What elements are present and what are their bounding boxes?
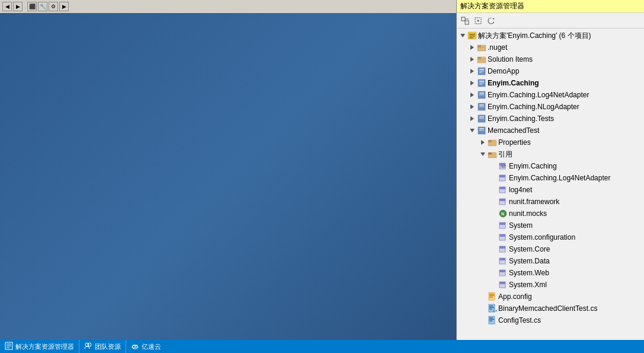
ref-system-web-item[interactable]: System.Web [457, 267, 644, 279]
svg-rect-30 [479, 106, 484, 107]
properties-item[interactable]: Properties [457, 136, 644, 148]
ref-nunit-mocks-label: nunit.mocks [509, 209, 547, 218]
show-all-files-button[interactable] [472, 15, 484, 27]
ref-system-config-spacer [489, 233, 498, 242]
enyim-nlog-item[interactable]: Enyim.Caching.NLogAdapter [457, 101, 644, 113]
ref-system-core-item[interactable]: System.Core [457, 243, 644, 255]
ref-system-config-label: System.configuration [509, 233, 575, 241]
ref-system-xml-label: System.Xml [509, 281, 547, 289]
binary-memcached-item[interactable]: C# BinaryMemcachedClientTest.cs [457, 303, 644, 314]
solution-label: 解决方案'Enyim.Caching' (6 个项目) [478, 31, 591, 41]
svg-text:N: N [501, 212, 504, 216]
solution-items-icon [477, 55, 486, 64]
ref-system-data-item[interactable]: System.Data [457, 255, 644, 267]
enyim-log4net-item[interactable]: Enyim.Caching.Log4NetAdapter [457, 89, 644, 101]
app-config-label: App.config [498, 292, 532, 301]
nuget-toggle[interactable] [467, 43, 477, 52]
svg-rect-65 [489, 294, 494, 295]
team-icon [84, 342, 92, 351]
ref-log4net-spacer [489, 185, 498, 195]
toolbar-btn-1[interactable]: ◀ [2, 2, 12, 11]
ref-system-label: System [509, 221, 533, 230]
svg-rect-15 [478, 57, 481, 59]
demoapp-item[interactable]: DemoApp [457, 65, 644, 77]
ref-nunit-framework-spacer [489, 197, 498, 206]
toolbar-btn-3[interactable]: ⬛ [27, 2, 37, 11]
enyim-tests-toggle[interactable] [467, 114, 477, 123]
references-icon [488, 150, 497, 159]
collapse-all-button[interactable] [459, 15, 471, 27]
memcached-test-toggle[interactable] [467, 126, 477, 135]
references-toggle[interactable] [478, 150, 488, 159]
main-toolbar: ◀ ▶ ⬛ 🔧 ⚙ ▶ [0, 0, 456, 13]
status-cloud-label: 亿速云 [142, 342, 161, 351]
references-label: 引用 [498, 150, 512, 160]
svg-rect-1 [465, 21, 469, 24]
enyim-caching-item[interactable]: Enyim.Caching [457, 77, 644, 89]
nuget-item[interactable]: .nuget [457, 42, 644, 53]
svg-rect-74 [489, 317, 493, 319]
svg-rect-33 [479, 118, 484, 119]
config-test-spacer [478, 316, 488, 325]
solution-items-toggle[interactable] [467, 55, 477, 64]
panel-title-bar: 解决方案资源管理器 [457, 0, 644, 13]
svg-rect-63 [499, 282, 505, 284]
svg-rect-61 [499, 270, 505, 272]
ref-log4net-item[interactable]: log4net [457, 184, 644, 196]
svg-rect-75 [489, 319, 494, 320]
toolbar-btn-6[interactable]: ▶ [59, 2, 69, 11]
ref-nunit-framework-label: nunit.framework [509, 198, 559, 206]
ref-enyim-item[interactable]: ref Enyim.Caching [457, 160, 644, 172]
enyim-nlog-toggle[interactable] [467, 102, 477, 112]
config-test-item[interactable]: ConfigTest.cs [457, 314, 644, 326]
svg-rect-57 [499, 246, 505, 249]
properties-toggle[interactable] [478, 138, 488, 147]
solution-explorer-panel: 解决方案资源管理器 [456, 0, 644, 353]
status-cloud[interactable]: 亿速云 [126, 340, 166, 353]
toolbar-btn-2[interactable]: ▶ [13, 2, 23, 11]
enyim-log4net-icon [477, 90, 486, 100]
refresh-button[interactable] [485, 15, 497, 27]
svg-rect-67 [489, 297, 493, 298]
svg-rect-66 [489, 295, 494, 297]
enyim-tests-label: Enyim.Caching.Tests [488, 115, 554, 123]
ref-system-config-item[interactable]: System.configuration [457, 231, 644, 243]
svg-rect-19 [479, 71, 484, 72]
enyim-caching-toggle[interactable] [467, 78, 477, 88]
solution-tree[interactable]: 解决方案'Enyim.Caching' (6 个项目) .nuget [457, 28, 644, 353]
ref-enyim-log4net-spacer [489, 173, 498, 183]
solution-items-item[interactable]: Solution Items [457, 53, 644, 65]
ref-enyim-log4net-item[interactable]: Enyim.Caching.Log4NetAdapter [457, 172, 644, 184]
nuget-label: .nuget [488, 43, 507, 52]
enyim-tests-item[interactable]: Enyim.Caching.Tests [457, 113, 644, 125]
ref-system-data-icon [498, 256, 508, 266]
status-solution-explorer[interactable]: 解决方案资源管理器 [0, 340, 79, 353]
demoapp-toggle[interactable] [467, 66, 477, 76]
solution-toggle[interactable] [458, 31, 467, 40]
svg-rect-76 [489, 320, 492, 322]
app-config-icon [488, 292, 497, 301]
memcached-test-icon [477, 126, 486, 135]
solution-root-item[interactable]: 解决方案'Enyim.Caching' (6 个项目) [457, 30, 644, 42]
references-item[interactable]: 引用 [457, 148, 644, 160]
ref-nunit-framework-item[interactable]: nunit.framework [457, 196, 644, 208]
enyim-log4net-toggle[interactable] [467, 90, 477, 100]
nuget-icon [477, 43, 486, 52]
toolbar-btn-5[interactable]: ⚙ [49, 2, 58, 11]
memcached-test-item[interactable]: MemcachedTest [457, 125, 644, 136]
ref-system-xml-item[interactable]: System.Xml [457, 279, 644, 291]
enyim-tests-icon [477, 114, 486, 123]
enyim-caching-label: Enyim.Caching [488, 79, 539, 87]
app-config-item[interactable]: App.config [457, 291, 644, 303]
toolbar-btn-4[interactable]: 🔧 [38, 2, 47, 11]
svg-rect-35 [479, 128, 484, 129]
enyim-log4net-label: Enyim.Caching.Log4NetAdapter [488, 91, 589, 99]
status-team-resources[interactable]: 团队资源 [79, 340, 126, 353]
ref-nunit-mocks-item[interactable]: N nunit.mocks [457, 208, 644, 220]
ref-system-config-icon [498, 233, 508, 242]
ref-enyim-log4net-icon [498, 173, 508, 183]
svg-rect-26 [479, 93, 484, 94]
ref-log4net-icon [498, 185, 508, 195]
binary-memcached-spacer [478, 304, 488, 313]
ref-system-item[interactable]: System [457, 220, 644, 231]
